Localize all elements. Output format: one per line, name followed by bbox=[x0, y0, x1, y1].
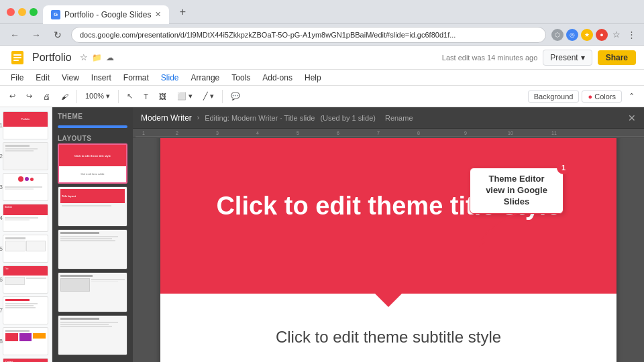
print-button[interactable]: 🖨 bbox=[39, 88, 54, 105]
last-edit-label: Last edit was 14 minutes ago bbox=[442, 54, 537, 62]
slide-top-section: Click to edit theme title style bbox=[160, 138, 616, 294]
slide-number-3: 3 bbox=[0, 184, 3, 190]
menu-edit[interactable]: Edit bbox=[30, 72, 55, 84]
redo-button[interactable]: ↪ bbox=[22, 88, 36, 105]
rename-button[interactable]: Rename bbox=[381, 113, 417, 123]
slide-thumbnail-8[interactable]: 8 bbox=[3, 327, 49, 355]
slide-image-5 bbox=[3, 235, 48, 263]
collapse-button[interactable]: ⌃ bbox=[625, 88, 639, 105]
slide-image-1: Portfolio bbox=[3, 111, 48, 139]
menu-file[interactable]: File bbox=[5, 72, 29, 84]
background-button[interactable]: Background bbox=[528, 90, 580, 103]
colors-label: Colors bbox=[594, 93, 616, 101]
menu-help[interactable]: Help bbox=[299, 72, 327, 84]
callout-number: 1 bbox=[557, 161, 570, 174]
editor-header-title: Modern Writer bbox=[141, 113, 192, 123]
callout-container: 1 Theme Editor view in Google Slides bbox=[470, 168, 564, 214]
menu-view[interactable]: View bbox=[56, 72, 85, 84]
menu-bar: File Edit View Insert Format Slide Arran… bbox=[0, 70, 644, 86]
slide-image-7 bbox=[3, 296, 48, 324]
insert-line-button[interactable]: ╱ ▾ bbox=[199, 88, 218, 105]
tab-close-button[interactable]: ✕ bbox=[155, 10, 161, 19]
slide-image-3 bbox=[3, 173, 48, 201]
extensions-icon[interactable]: ⬡ bbox=[551, 29, 564, 41]
slide-number-4: 4 bbox=[0, 215, 3, 221]
svg-text:8: 8 bbox=[417, 131, 420, 135]
nav-icons-right: ⬡ ◎ ★ ● ☆ ⋮ bbox=[551, 29, 637, 41]
insert-shape-button[interactable]: ⬜ ▾ bbox=[173, 88, 197, 105]
maximize-window-button[interactable] bbox=[30, 8, 38, 16]
close-editor-button[interactable]: ✕ bbox=[628, 113, 636, 123]
bookmark-icon[interactable]: ☆ bbox=[610, 29, 623, 41]
new-tab-button[interactable]: + bbox=[174, 4, 191, 20]
slides-logo bbox=[8, 48, 27, 67]
layouts-section: LAYOUTS Click to edit theme title style … bbox=[58, 135, 127, 358]
slide-thumbnail-5[interactable]: 5 bbox=[3, 235, 49, 263]
paint-format-button[interactable]: 🖌 bbox=[57, 88, 72, 105]
insert-text-button[interactable]: T bbox=[140, 88, 152, 105]
undo-button[interactable]: ↩ bbox=[5, 88, 19, 105]
main-layout: 1 Portfolio 2 3 4 Section bbox=[0, 107, 644, 362]
svg-text:1: 1 bbox=[142, 131, 145, 135]
tab-title: Portfolio - Google Slides bbox=[64, 10, 151, 19]
menu-format[interactable]: Format bbox=[118, 72, 154, 84]
share-button[interactable]: Share bbox=[598, 50, 636, 65]
slide-image-9: Contact bbox=[3, 358, 48, 362]
insert-image-button[interactable]: 🖼 bbox=[155, 88, 170, 105]
address-bar[interactable]: docs.google.com/presentation/d/1l9MDtX44… bbox=[71, 27, 546, 43]
browser-tab[interactable]: G Portfolio - Google Slides ✕ bbox=[43, 5, 169, 24]
menu-icon[interactable]: ⋮ bbox=[625, 29, 637, 41]
close-window-button[interactable] bbox=[7, 8, 15, 16]
slides-panel: 1 Portfolio 2 3 4 Section bbox=[0, 107, 52, 362]
user-icon[interactable]: ★ bbox=[581, 29, 593, 41]
layout-thumbnail-2[interactable]: Title layout bbox=[58, 186, 127, 227]
back-button[interactable]: ← bbox=[7, 27, 23, 43]
menu-tools[interactable]: Tools bbox=[226, 72, 256, 84]
cursor-button[interactable]: ↖ bbox=[123, 88, 137, 105]
browser-chrome: G Portfolio - Google Slides ✕ + bbox=[0, 0, 644, 24]
present-button[interactable]: Present ▾ bbox=[543, 50, 592, 66]
slide-number-1: 1 bbox=[0, 122, 3, 129]
svg-text:4: 4 bbox=[256, 131, 259, 135]
slide-thumbnail-4[interactable]: 4 Section bbox=[3, 204, 49, 232]
slide-image-4: Section bbox=[3, 204, 48, 232]
comment-button[interactable]: 💬 bbox=[227, 88, 244, 105]
layout-thumbnail-1[interactable]: Click to edit theme title style Click to… bbox=[58, 143, 127, 184]
slide-thumbnail-9[interactable]: 9 Contact bbox=[3, 358, 49, 362]
refresh-button[interactable]: ↻ bbox=[50, 27, 66, 43]
slide-thumbnail-3[interactable]: 3 bbox=[3, 173, 49, 201]
slide-thumbnail-7[interactable]: 7 bbox=[3, 296, 49, 324]
slide-thumbnail-6[interactable]: 6 Title bbox=[3, 265, 49, 294]
theme-thumbnail[interactable]: Modern Writer bbox=[58, 125, 127, 128]
slide-thumbnail-1[interactable]: 1 Portfolio bbox=[3, 111, 49, 139]
layout-thumbnail-4[interactable] bbox=[58, 272, 127, 312]
nav-bar: ← → ↻ docs.google.com/presentation/d/1l9… bbox=[0, 24, 644, 46]
editing-indicator: › bbox=[197, 114, 199, 121]
slide-thumbnail-2[interactable]: 2 bbox=[3, 142, 49, 170]
svg-rect-3 bbox=[13, 60, 19, 61]
used-by-label: (Used by 1 slide) bbox=[320, 114, 376, 122]
star-icon[interactable]: ☆ bbox=[80, 52, 88, 62]
layouts-section-label: LAYOUTS bbox=[58, 135, 127, 142]
svg-text:3: 3 bbox=[216, 131, 219, 135]
minimize-window-button[interactable] bbox=[18, 8, 26, 16]
svg-rect-2 bbox=[13, 57, 21, 58]
zoom-button[interactable]: 100% ▾ bbox=[81, 88, 114, 105]
chrome-icon[interactable]: ◎ bbox=[566, 29, 578, 41]
folder-icon: 📁 bbox=[92, 53, 102, 62]
layout-thumbnail-3[interactable] bbox=[58, 229, 127, 269]
forward-button[interactable]: → bbox=[28, 27, 44, 43]
colors-button[interactable]: ● Colors bbox=[582, 90, 622, 103]
notification-icon[interactable]: ● bbox=[596, 29, 608, 41]
menu-insert[interactable]: Insert bbox=[86, 72, 117, 84]
menu-arrange[interactable]: Arrange bbox=[186, 72, 225, 84]
slide-number-5: 5 bbox=[0, 245, 3, 252]
menu-slide[interactable]: Slide bbox=[156, 72, 184, 84]
menu-add-ons[interactable]: Add-ons bbox=[257, 72, 298, 84]
theme-sidebar: THEME Modern Writer LAYOUTS Click to edi… bbox=[52, 107, 133, 362]
layout-thumbnail-5[interactable] bbox=[58, 315, 127, 355]
slide-subtitle[interactable]: Click to edit theme subtitle style bbox=[276, 328, 501, 347]
slide-number-6: 6 bbox=[0, 276, 3, 283]
callout-bubble: 1 Theme Editor view in Google Slides bbox=[470, 168, 564, 214]
header-icons: ☆ 📁 ☁ bbox=[80, 52, 114, 62]
